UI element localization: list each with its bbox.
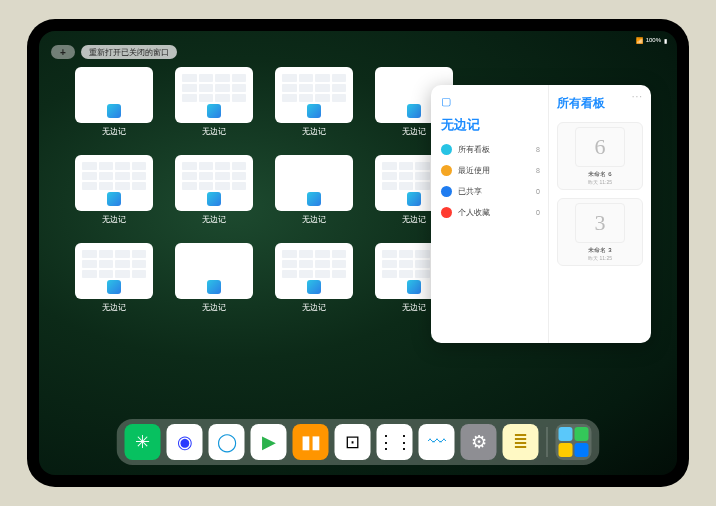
app-thumbnail[interactable]: 无边记 — [173, 67, 255, 147]
dock-app-qqbrowser[interactable]: ◯ — [209, 424, 245, 460]
battery-text: 100% — [646, 37, 661, 43]
thumbnail-label: 无边记 — [202, 126, 226, 137]
sidebar-toggle-icon[interactable]: ▢ — [441, 95, 540, 108]
dock-app-notes[interactable]: ≣ — [503, 424, 539, 460]
thumbnail-label: 无边记 — [402, 126, 426, 137]
more-icon[interactable]: ··· — [632, 91, 643, 102]
app-thumbnail[interactable]: 无边记 — [173, 243, 255, 323]
panel-app-title: 无边记 — [441, 116, 540, 134]
thumbnail-label: 无边记 — [102, 302, 126, 313]
app-thumbnail[interactable]: 无边记 — [73, 155, 155, 235]
thumbnail-preview — [175, 155, 253, 211]
panel-sidebar: ▢ 无边记 所有看板8最近使用8已共享0个人收藏0 — [431, 85, 549, 343]
thumbnail-label: 无边记 — [202, 214, 226, 225]
sidebar-item-label: 已共享 — [458, 186, 482, 197]
board-preview: 6 — [575, 127, 625, 167]
reopen-closed-window-button[interactable]: 重新打开已关闭的窗口 — [81, 45, 177, 59]
thumbnail-preview — [175, 67, 253, 123]
dock: ✳◉◯▶▮▮⊡⋮⋮〰⚙≣ — [117, 419, 600, 465]
new-window-button[interactable]: + — [51, 45, 75, 59]
sidebar-item-label: 最近使用 — [458, 165, 490, 176]
board-card[interactable]: 6未命名 6昨天 11:25 — [557, 122, 643, 190]
ipad-screen: 📶 100% ▮ + 重新打开已关闭的窗口 无边记无边记无边记无边记无边记无边记… — [39, 31, 677, 475]
top-controls: + 重新打开已关闭的窗口 — [51, 45, 177, 59]
thumbnail-label: 无边记 — [102, 126, 126, 137]
thumbnail-preview — [275, 67, 353, 123]
sidebar-item[interactable]: 最近使用8 — [441, 165, 540, 176]
dock-app-quark[interactable]: ◉ — [167, 424, 203, 460]
board-name: 未命名 3 — [588, 246, 611, 255]
ipad-frame: 📶 100% ▮ + 重新打开已关闭的窗口 无边记无边记无边记无边记无边记无边记… — [27, 19, 689, 487]
sidebar-item[interactable]: 所有看板8 — [441, 144, 540, 155]
thumbnail-label: 无边记 — [302, 126, 326, 137]
battery-icon: ▮ — [664, 37, 667, 44]
sidebar-item-icon — [441, 186, 452, 197]
thumbnail-preview — [175, 243, 253, 299]
thumbnail-preview — [275, 155, 353, 211]
app-thumbnail[interactable]: 无边记 — [273, 67, 355, 147]
dock-separator — [547, 427, 548, 457]
dock-app-play[interactable]: ▶ — [251, 424, 287, 460]
dock-app-wechat[interactable]: ✳ — [125, 424, 161, 460]
thumbnail-preview — [75, 67, 153, 123]
app-thumbnail[interactable]: 无边记 — [173, 155, 255, 235]
board-card[interactable]: 3未命名 3昨天 11:25 — [557, 198, 643, 266]
thumbnail-label: 无边记 — [402, 214, 426, 225]
board-name: 未命名 6 — [588, 170, 611, 179]
sidebar-item-icon — [441, 207, 452, 218]
sidebar-item-count: 8 — [536, 146, 540, 153]
dock-app-nodes[interactable]: ⋮⋮ — [377, 424, 413, 460]
board-preview: 3 — [575, 203, 625, 243]
dock-app-books[interactable]: ▮▮ — [293, 424, 329, 460]
app-thumbnail[interactable]: 无边记 — [73, 67, 155, 147]
sidebar-item-icon — [441, 144, 452, 155]
app-thumbnail[interactable]: 无边记 — [73, 243, 155, 323]
thumbnail-label: 无边记 — [302, 214, 326, 225]
thumbnail-label: 无边记 — [402, 302, 426, 313]
sidebar-item-count: 0 — [536, 188, 540, 195]
dock-app-dice[interactable]: ⊡ — [335, 424, 371, 460]
board-time: 昨天 11:25 — [588, 255, 612, 261]
app-thumbnail[interactable]: 无边记 — [273, 155, 355, 235]
wifi-icon: 📶 — [636, 37, 643, 44]
dock-app-freeform[interactable]: 〰 — [419, 424, 455, 460]
thumbnail-preview — [75, 243, 153, 299]
thumbnail-label: 无边记 — [202, 302, 226, 313]
sidebar-item-icon — [441, 165, 452, 176]
thumbnail-label: 无边记 — [302, 302, 326, 313]
dock-app-settings[interactable]: ⚙ — [461, 424, 497, 460]
panel-content: 所有看板 6未命名 6昨天 11:253未命名 3昨天 11:25 — [549, 85, 651, 343]
sidebar-item-count: 8 — [536, 167, 540, 174]
sidebar-item[interactable]: 个人收藏0 — [441, 207, 540, 218]
sidebar-item[interactable]: 已共享0 — [441, 186, 540, 197]
thumbnail-label: 无边记 — [102, 214, 126, 225]
panel-right-title: 所有看板 — [557, 95, 643, 112]
thumbnail-preview — [75, 155, 153, 211]
sidebar-item-count: 0 — [536, 209, 540, 216]
board-time: 昨天 11:25 — [588, 179, 612, 185]
sidebar-item-label: 个人收藏 — [458, 207, 490, 218]
app-switcher-grid: 无边记无边记无边记无边记无边记无边记无边记无边记无边记无边记无边记无边记 — [73, 67, 455, 323]
sidebar-item-label: 所有看板 — [458, 144, 490, 155]
app-thumbnail[interactable]: 无边记 — [273, 243, 355, 323]
thumbnail-preview — [275, 243, 353, 299]
freeform-overlay-panel: ··· ▢ 无边记 所有看板8最近使用8已共享0个人收藏0 所有看板 6未命名 … — [431, 85, 651, 343]
dock-recent-stack[interactable] — [556, 424, 592, 460]
